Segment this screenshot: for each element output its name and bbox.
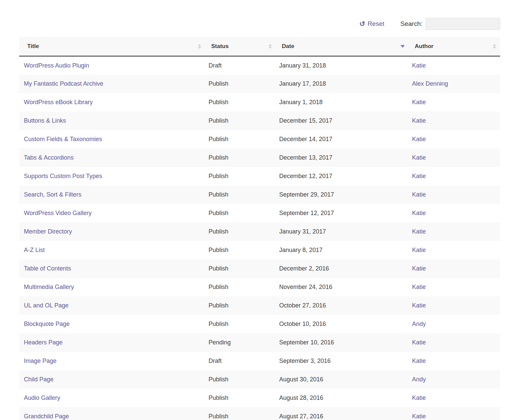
author-link[interactable]: Katie (412, 284, 426, 290)
author-link[interactable]: Katie (412, 210, 426, 216)
post-title-link[interactable]: Audio Gallery (24, 394, 60, 401)
status-cell: Publish (205, 278, 276, 296)
author-link[interactable]: Katie (412, 99, 426, 106)
status-cell: Publish (205, 167, 276, 185)
title-cell: Supports Custom Post Types (19, 167, 205, 185)
post-title-link[interactable]: Custom Fields & Taxonomies (24, 136, 102, 142)
title-cell: Grandchild Page (19, 407, 205, 420)
date-cell: August 27, 2016 (276, 407, 409, 420)
post-title-link[interactable]: Child Page (24, 376, 53, 383)
post-title-link[interactable]: Blockquote Page (24, 321, 70, 327)
post-title-link[interactable]: Supports Custom Post Types (24, 173, 102, 179)
author-link[interactable]: Alex Denning (412, 80, 448, 87)
author-link[interactable]: Katie (412, 228, 426, 235)
table-row: Buttons & Links Publish December 15, 201… (19, 112, 500, 130)
author-cell: Katie (409, 130, 500, 149)
title-cell: Member Directory (19, 222, 205, 241)
author-link[interactable]: Katie (412, 265, 426, 272)
author-link[interactable]: Katie (412, 413, 426, 420)
status-cell: Publish (205, 222, 276, 241)
status-cell: Publish (205, 112, 276, 130)
author-cell: Katie (409, 204, 500, 222)
table-row: Child Page Publish August 30, 2016 Andy (19, 370, 500, 389)
author-link[interactable]: Katie (412, 394, 426, 401)
author-link[interactable]: Katie (412, 247, 426, 253)
table-row: Blockquote Page Publish October 10, 2016… (19, 315, 500, 333)
status-cell: Publish (205, 407, 276, 420)
post-title-link[interactable]: Member Directory (24, 228, 72, 235)
title-cell: WordPress Video Gallery (19, 204, 205, 222)
date-cell: September 3, 2016 (276, 352, 409, 370)
column-header-status[interactable]: Status (205, 37, 276, 56)
table-row: Search, Sort & Filters Publish September… (19, 185, 500, 204)
post-title-link[interactable]: Search, Sort & Filters (24, 191, 81, 198)
post-title-link[interactable]: WordPress Audio Plugin (24, 62, 89, 69)
post-title-link[interactable]: Grandchild Page (24, 413, 69, 420)
post-title-link[interactable]: A-Z List (24, 247, 45, 253)
status-cell: Publish (205, 204, 276, 222)
date-cell: December 2, 2016 (276, 259, 409, 278)
table-controls: ↺ Reset Search: (19, 18, 500, 30)
author-link[interactable]: Katie (412, 154, 426, 161)
date-cell: October 10, 2016 (276, 315, 409, 333)
date-cell: December 12, 2017 (276, 167, 409, 185)
column-header-author-label: Author (415, 43, 434, 49)
table-row: Custom Fields & Taxonomies Publish Decem… (19, 130, 500, 149)
posts-table: Title Status Date (19, 37, 500, 420)
title-cell: Image Page (19, 352, 205, 370)
table-body: WordPress Audio Plugin Draft January 31,… (19, 56, 500, 420)
table-row: Tabs & Accordions Publish December 13, 2… (19, 149, 500, 167)
author-link[interactable]: Andy (412, 376, 426, 383)
title-cell: Audio Gallery (19, 389, 205, 407)
author-link[interactable]: Katie (412, 117, 426, 124)
date-cell: December 13, 2017 (276, 149, 409, 167)
title-cell: Multimedia Gallery (19, 278, 205, 296)
date-cell: December 14, 2017 (276, 130, 409, 149)
search-input[interactable] (426, 18, 500, 30)
column-header-author[interactable]: Author (409, 37, 500, 56)
author-link[interactable]: Katie (412, 173, 426, 179)
table-row: Table of Contents Publish December 2, 20… (19, 259, 500, 278)
sort-unsorted-icon (493, 44, 496, 49)
title-cell: Buttons & Links (19, 112, 205, 130)
post-title-link[interactable]: My Fantastic Podcast Archive (24, 80, 103, 87)
post-title-link[interactable]: Headers Page (24, 339, 63, 346)
author-link[interactable]: Katie (412, 339, 426, 346)
table-row: A-Z List Publish January 8, 2017 Katie (19, 241, 500, 259)
table-header-row: Title Status Date (19, 37, 500, 56)
title-cell: Search, Sort & Filters (19, 185, 205, 204)
author-link[interactable]: Andy (412, 321, 426, 327)
post-title-link[interactable]: Table of Contents (24, 265, 71, 272)
status-cell: Draft (205, 352, 276, 370)
post-title-link[interactable]: Multimedia Gallery (24, 284, 74, 290)
author-link[interactable]: Katie (412, 358, 426, 364)
reset-button[interactable]: ↺ Reset (359, 20, 384, 28)
date-cell: August 28, 2016 (276, 389, 409, 407)
date-cell: September 29, 2017 (276, 185, 409, 204)
status-cell: Publish (205, 241, 276, 259)
table-row: Audio Gallery Publish August 28, 2016 Ka… (19, 389, 500, 407)
author-link[interactable]: Katie (412, 62, 426, 69)
title-cell: Custom Fields & Taxonomies (19, 130, 205, 149)
author-link[interactable]: Katie (412, 302, 426, 309)
title-cell: Headers Page (19, 333, 205, 352)
date-cell: September 10, 2016 (276, 333, 409, 352)
author-cell: Katie (409, 296, 500, 315)
author-cell: Katie (409, 222, 500, 241)
author-link[interactable]: Katie (412, 191, 426, 198)
title-cell: WordPress Audio Plugin (19, 56, 205, 75)
post-title-link[interactable]: Image Page (24, 358, 57, 364)
post-title-link[interactable]: UL and OL Page (24, 302, 69, 309)
title-cell: UL and OL Page (19, 296, 205, 315)
post-title-link[interactable]: WordPress eBook Library (24, 99, 93, 106)
author-cell: Katie (409, 407, 500, 420)
author-cell: Andy (409, 370, 500, 389)
author-link[interactable]: Katie (412, 136, 426, 142)
author-cell: Katie (409, 185, 500, 204)
column-header-title[interactable]: Title (19, 37, 205, 56)
column-header-date[interactable]: Date (276, 37, 409, 56)
date-cell: October 27, 2016 (276, 296, 409, 315)
post-title-link[interactable]: Tabs & Accordions (24, 154, 74, 161)
post-title-link[interactable]: Buttons & Links (24, 117, 66, 124)
post-title-link[interactable]: WordPress Video Gallery (24, 210, 91, 216)
